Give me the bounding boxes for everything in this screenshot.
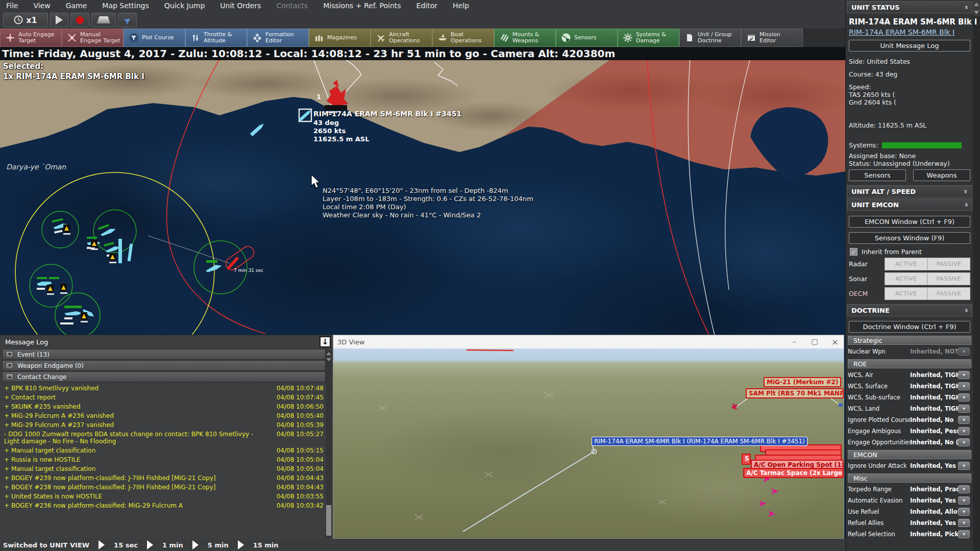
menu-view[interactable]: View	[33, 2, 50, 10]
menu-quick-jump[interactable]: Quick Jump	[164, 2, 205, 10]
scroll-thumb[interactable]	[326, 505, 331, 536]
log-entry[interactable]: + BOGEY #238 now platform-classified: J-…	[2, 483, 325, 492]
log-entry[interactable]: + Manual target classification04/08 10:0…	[2, 464, 325, 473]
log-group-event[interactable]: Event (13)	[2, 349, 326, 360]
3d-view-content[interactable]: S A/C Open Parking Spot (1x Large A/C Ta…	[333, 348, 844, 538]
close-icon[interactable]	[830, 337, 840, 347]
jump-button[interactable]: ➤	[118, 13, 137, 27]
play-step-icon[interactable]	[147, 540, 153, 549]
toolbar-mounts-weapons[interactable]: Mounts &Weapons	[494, 29, 556, 47]
log-entry[interactable]: + Contact report04/08 10:07:45	[2, 393, 325, 402]
menu-game[interactable]: Game	[66, 2, 87, 10]
oecm-active-button[interactable]: ACTIVE	[885, 287, 927, 300]
dropdown-icon[interactable]	[958, 393, 970, 402]
log-entries[interactable]: + BPK 810 Smetlivyy vanished04/08 10:07:…	[2, 384, 325, 538]
dropdown-icon[interactable]	[958, 508, 970, 516]
maximize-icon[interactable]	[810, 337, 819, 347]
dropdown-icon[interactable]	[958, 462, 970, 470]
play-button[interactable]	[50, 13, 68, 27]
log-group-contact-change[interactable]: Contact Change	[2, 371, 326, 382]
radar-passive-button[interactable]: PASSIVE	[927, 258, 970, 270]
weapons-button[interactable]: Weapons	[913, 169, 970, 181]
collapse-toggle-icon[interactable]	[6, 351, 13, 358]
dropdown-icon[interactable]	[958, 485, 970, 493]
log-entry[interactable]: + BPK 810 Smetlivyy vanished04/08 10:07:…	[2, 384, 325, 393]
sensors-button[interactable]: Sensors	[849, 169, 906, 181]
collapse-toggle-icon[interactable]	[6, 373, 13, 380]
toolbar-plot-course[interactable]: Plot Course	[124, 29, 185, 47]
log-entry[interactable]: - DDG 1000 Zumwalt reports BDA status ch…	[2, 430, 325, 446]
scroll-up-icon[interactable]	[326, 350, 332, 357]
menu-missions-ref-points[interactable]: Missions + Ref. Points	[323, 2, 401, 10]
toolbar-auto-engage-target[interactable]: Auto EngageTarget	[0, 29, 62, 47]
toolbar-manual-engage-target[interactable]: ManualEngage Target	[62, 29, 124, 47]
unit-message-log-button[interactable]: Unit Message Log	[849, 40, 970, 52]
facility-label-stub[interactable]: S	[742, 454, 751, 465]
sonar-active-button[interactable]: ACTIVE	[885, 272, 927, 285]
scroll-down-icon[interactable]	[326, 357, 332, 363]
mig21-label[interactable]: MiG-21 (Merkum #2)	[764, 377, 841, 387]
log-entry[interactable]: + BOGEY #239 now platform-classified: J-…	[2, 473, 325, 483]
speed-1min[interactable]: 1 min	[162, 541, 183, 549]
log-entry[interactable]: + SKUNK #235 vanished04/08 10:06:50	[2, 402, 325, 411]
sidebar-scrollbar[interactable]	[973, 0, 980, 551]
collapse-toggle-icon[interactable]	[6, 362, 13, 369]
inherit-from-parent-checkbox[interactable]	[850, 248, 857, 256]
speed-15sec[interactable]: 15 sec	[114, 541, 138, 549]
menu-unit-orders[interactable]: Unit Orders	[220, 2, 261, 10]
unit-alt-speed-header[interactable]: UNIT ALT / SPEED	[847, 185, 972, 197]
scroll-down-icon[interactable]	[973, 8, 980, 16]
minimize-icon[interactable]	[790, 337, 799, 347]
log-scrollbar[interactable]	[326, 350, 332, 538]
toolbar-sensors[interactable]: Sensors	[556, 29, 618, 47]
time-compression-button[interactable]: x1	[3, 13, 48, 27]
play-step-icon[interactable]	[238, 540, 244, 549]
speed-5min[interactable]: 5 min	[208, 541, 229, 549]
log-entry[interactable]: + MiG-29 Fulcrum A #236 vanished04/08 10…	[2, 411, 325, 420]
menu-help[interactable]: Help	[453, 2, 469, 10]
sonar-passive-button[interactable]: PASSIVE	[927, 272, 970, 285]
toolbar-unit-group-doctrine[interactable]: Unit / GroupDoctrine	[679, 29, 741, 47]
print-button[interactable]	[91, 13, 116, 27]
log-group-weapon-endgame[interactable]: Weapon Endgame (0)	[2, 360, 326, 371]
dropdown-icon[interactable]	[958, 438, 970, 446]
log-entry[interactable]: + Russia is now HOSTILE04/08 10:05:04	[2, 455, 325, 464]
dropdown-icon[interactable]	[958, 405, 970, 413]
unit-status-header[interactable]: UNIT STATUS	[847, 1, 972, 13]
toolbar-formation-editor[interactable]: FormationEditor	[247, 29, 309, 47]
radar-active-button[interactable]: ACTIVE	[885, 258, 927, 270]
toolbar-magazines[interactable]: Magazines	[309, 29, 371, 47]
unit-emcon-header[interactable]: UNIT EMCON	[847, 198, 972, 211]
toolbar-throttle-altitude[interactable]: Throttle &Altitude	[185, 29, 247, 47]
toolbar-aircraft-operations[interactable]: AircraftOperations	[371, 29, 432, 47]
3d-view-titlebar[interactable]: 3D View	[333, 335, 844, 348]
dock-log-button[interactable]	[320, 336, 331, 347]
scroll-up-icon[interactable]	[973, 0, 980, 8]
missile-3d-label[interactable]: RIM-174A ERAM SM-6MR Blk I (RIM-174A ERA…	[592, 437, 807, 446]
log-entry[interactable]: + Manual target classification04/08 10:0…	[2, 446, 325, 455]
dropdown-icon[interactable]	[958, 416, 970, 424]
emcon-window-button[interactable]: EMCON Window (Ctrl + F9)	[849, 216, 970, 228]
doctrine-header[interactable]: DOCTRINE	[847, 304, 972, 316]
oecm-passive-button[interactable]: PASSIVE	[927, 287, 970, 300]
sensors-window-button[interactable]: Sensors Window (F9)	[849, 232, 970, 244]
dropdown-icon[interactable]	[958, 382, 970, 390]
dropdown-icon[interactable]	[958, 519, 970, 527]
dropdown-icon[interactable]	[958, 530, 970, 538]
doctrine-window-button[interactable]: Doctrine Window (Ctrl + F9)	[849, 321, 970, 333]
play-step-icon[interactable]	[99, 540, 105, 549]
toolbar-systems-damage[interactable]: Systems &Damage	[618, 29, 679, 47]
dropdown-icon[interactable]	[958, 371, 970, 379]
dropdown-icon[interactable]	[958, 427, 970, 435]
tarmac-space-label[interactable]: A/C Tarmac Space (2x Large Aircraft)	[743, 468, 844, 478]
dropdown-icon[interactable]	[958, 347, 970, 356]
speed-15min[interactable]: 15 min	[253, 541, 279, 549]
play-step-icon[interactable]	[192, 540, 199, 549]
record-button[interactable]	[70, 13, 89, 27]
toolbar-mission-editor[interactable]: MissionEditor	[741, 29, 803, 47]
sam-platoon-label[interactable]: SAM Plt (RBS 70 Mk1 MANPADS x 3)	[746, 388, 844, 398]
log-entry[interactable]: + United States is now HOSTILE04/08 10:0…	[2, 492, 325, 501]
dropdown-icon[interactable]	[958, 496, 970, 505]
log-entry[interactable]: + MiG-29 Fulcrum A #237 vanished04/08 10…	[2, 420, 325, 430]
toolbar-boat-operations[interactable]: BoatOperations	[432, 29, 494, 47]
